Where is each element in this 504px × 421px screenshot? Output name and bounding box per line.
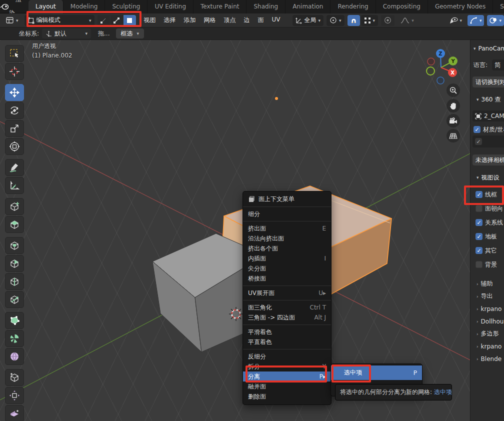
blender-logo-icon[interactable] [0, 3, 9, 10]
menu-item-内插面[interactable]: 内插面I [243, 254, 331, 264]
panel-header-panocam[interactable]: ▾ PanoCam [470, 42, 504, 54]
viewport-menu-3[interactable]: 网格 [200, 16, 220, 24]
面朝向-checkbox[interactable] [476, 205, 482, 212]
face-select-mode-button[interactable] [124, 15, 136, 26]
tab-sculpting[interactable]: Sculpting [105, 0, 148, 14]
axis-neg-z[interactable] [437, 77, 444, 84]
add-cube-tool-button[interactable] [5, 198, 24, 215]
material-world-row[interactable]: ✓ 材质/世界 [470, 124, 504, 136]
viewport-menu-0[interactable]: 视图 [140, 16, 160, 24]
mode-dropdown[interactable]: 编辑模式 ▾ [24, 15, 94, 26]
menu-item-删除面[interactable]: 删除面 [243, 392, 331, 402]
tab-animation[interactable]: Animation [286, 0, 330, 14]
menu-item-桥接面[interactable]: 桥接面 [243, 274, 331, 284]
knife-tool-button[interactable] [5, 291, 24, 308]
snap-toggle-button[interactable] [348, 15, 360, 26]
material-world-checkbox[interactable]: ✓ [474, 126, 480, 133]
box-select-tool-button[interactable] [5, 45, 24, 62]
ortho-grid-button[interactable] [446, 129, 460, 142]
navigation-gizmo[interactable]: Z Y X [422, 44, 460, 86]
axis-neg-y[interactable] [426, 67, 434, 75]
tab-rendering[interactable]: Rendering [330, 0, 376, 14]
orientation-dropdown[interactable]: 全局 ▾ [292, 15, 324, 26]
tab-uv-editing[interactable]: UV Editing [148, 0, 194, 14]
submenu-item-选中项[interactable]: 选中项P [331, 366, 422, 380]
zoom-button[interactable] [446, 84, 460, 97]
pivot-point-dropdown[interactable]: ▾ [326, 15, 344, 26]
switch-language-button[interactable]: 请切换到对 [472, 76, 504, 88]
gizmos-toggle-button[interactable]: ▾ [468, 15, 484, 26]
tab-geometry-nodes[interactable]: Geometry Nodes [428, 0, 493, 14]
section-header-360[interactable]: ▾ 360 查 [470, 94, 504, 106]
language-dropdown[interactable]: 简 [492, 60, 504, 70]
snap-target-dropdown[interactable]: ▾ [361, 15, 378, 26]
no-camera-button[interactable]: 未选择相机 [472, 154, 504, 166]
view-setting-线框[interactable]: ✓线框 [470, 188, 504, 202]
axis-x[interactable]: X [448, 68, 457, 77]
背景-checkbox[interactable] [476, 261, 482, 268]
overlays-toggle-button[interactable]: ▾ [487, 15, 504, 26]
poly-build-tool-button[interactable] [5, 312, 24, 329]
menu-item-尖分面[interactable]: 尖分面 [243, 264, 331, 274]
rotate-tool-button[interactable] [5, 102, 24, 119]
loop-cut-tool-button[interactable] [5, 273, 24, 290]
collapsed-section-1[interactable]: ›导出 [470, 290, 504, 302]
menu-item-平滑着色[interactable]: 平滑着色 [243, 327, 331, 337]
tab-compositing[interactable]: Compositing [376, 0, 428, 14]
editor-type-button[interactable]: ▾ [3, 15, 22, 26]
menu-item-挤出各个面[interactable]: 挤出各个面 [243, 244, 331, 254]
tab-texture-paint[interactable]: Texture Paint [194, 0, 246, 14]
axis-z[interactable]: Z [436, 49, 445, 58]
inset-faces-tool-button[interactable] [5, 237, 24, 254]
menu-item-UV展开面[interactable]: UV展开面U▸ [243, 288, 331, 298]
collapsed-section-2[interactable]: ›krpano [470, 302, 504, 315]
viewport-menu-6[interactable]: 面 [254, 16, 268, 24]
menu-item-面三角化[interactable]: 面三角化Ctrl T [243, 302, 331, 312]
menu-item-挤出面[interactable]: 挤出面E [243, 224, 331, 234]
edge-slide-tool-button[interactable] [5, 369, 24, 386]
menu-item-细分[interactable]: 细分 [243, 209, 331, 219]
view-setting-其它[interactable]: ✓其它 [470, 244, 504, 258]
view-setting-面朝向[interactable]: 面朝向 [470, 202, 504, 216]
proportional-editing-button[interactable] [381, 15, 394, 26]
menu-item-平直着色[interactable]: 平直着色 [243, 337, 331, 347]
annotate-tool-button[interactable] [5, 159, 24, 176]
view-setting-关系线[interactable]: ✓关系线 [470, 216, 504, 230]
coord-system-dropdown[interactable]: 默认 ▾ [42, 28, 91, 38]
collapsed-section-0[interactable]: ›辅助 [470, 278, 504, 290]
viewport-menu-5[interactable]: 边 [240, 16, 254, 24]
viewport-menu-2[interactable]: 添加 [180, 16, 200, 24]
tab-scripting[interactable]: Scripting [493, 0, 504, 14]
cursor-tool-button[interactable] [5, 63, 24, 80]
show-object-types-dropdown[interactable]: ▾ [446, 15, 464, 26]
tab-layout[interactable]: Layout [28, 0, 64, 14]
view-setting-背景[interactable]: 背景 [470, 258, 504, 272]
menu-item-分离[interactable]: 分离P▸ [243, 372, 331, 382]
select-box-dropdown[interactable]: 框选 ▾ [116, 28, 144, 38]
menu-item-沿法向挤出面[interactable]: 沿法向挤出面 [243, 234, 331, 244]
falloff-dropdown[interactable]: ▾ [398, 15, 417, 26]
scale-tool-button[interactable] [5, 120, 24, 137]
menu-item-三角面->四边面[interactable]: 三角面 -> 四边面Alt J [243, 312, 331, 322]
关系线-checkbox[interactable]: ✓ [476, 219, 482, 226]
spin-tool-button[interactable] [5, 330, 24, 347]
extrude-region-tool-button[interactable] [5, 216, 24, 233]
smooth-tool-button[interactable] [5, 348, 24, 365]
transform-tool-button[interactable] [5, 138, 24, 155]
pan-hand-button[interactable] [446, 99, 460, 112]
tab-modeling[interactable]: Modeling [64, 0, 106, 14]
其它-checkbox[interactable]: ✓ [476, 247, 482, 254]
shear-tool-button[interactable] [5, 405, 24, 421]
axis-y[interactable]: Y [448, 56, 458, 66]
move-tool-button[interactable] [5, 84, 24, 101]
sub-option-checkbox[interactable]: ✓ [475, 138, 482, 145]
menu-item-拆分[interactable]: 拆分Y [243, 362, 331, 372]
collapsed-section-4[interactable]: ›多边形 [470, 328, 504, 340]
线框-checkbox[interactable]: ✓ [476, 191, 482, 198]
view-setting-地板[interactable]: ✓地板 [470, 230, 504, 244]
shrink-fatten-tool-button[interactable] [5, 387, 24, 404]
collapsed-section-3[interactable]: ›Dollhou [470, 315, 504, 328]
menu-item-反细分[interactable]: 反细分 [243, 352, 331, 362]
measure-tool-button[interactable] [5, 177, 24, 194]
collapsed-section-5[interactable]: ›krpano [470, 340, 504, 352]
